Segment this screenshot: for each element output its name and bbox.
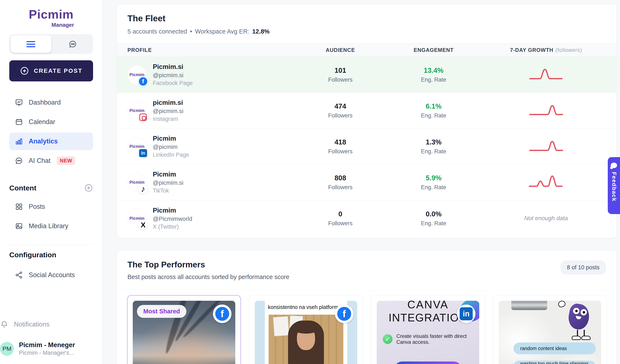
sidebar: Picmim Manager CREATE POST Dashboard	[0, 0, 103, 364]
post-card-meme[interactable]: konsistentno na vseh platformah f	[249, 295, 363, 364]
sidebar-item-ai-chat[interactable]: AI Chat NEW	[9, 152, 93, 169]
account-handle: @picmim.si	[153, 72, 193, 79]
account-name: Picmim	[153, 171, 183, 178]
eng-rate-label: Eng. Rate	[381, 112, 486, 119]
chat-toggle-button[interactable]	[53, 34, 93, 54]
sidebar-mode-toggle	[9, 34, 93, 54]
user-name: Picmim - Meneger	[19, 341, 75, 349]
list-item: random content ideas	[513, 343, 596, 354]
post-image-canva: Ca in CANVA INTEGRATION ✓ Create visuals…	[377, 301, 479, 364]
posts-grid-icon	[15, 202, 23, 211]
media-image-icon	[15, 222, 23, 230]
account-platform: TikTok	[153, 187, 183, 194]
trash-can-lid	[511, 301, 547, 310]
ai-chat-icon	[15, 156, 23, 165]
check-icon: ✓	[383, 334, 392, 344]
account-name: picmim.si	[153, 99, 183, 106]
user-avatar: PM	[0, 342, 14, 356]
account-handle: @picmim.si	[153, 180, 183, 186]
account-handle: @Picmimworld	[153, 215, 192, 222]
most-shared-badge: Most Shared	[137, 305, 186, 318]
x-twitter-icon: X	[138, 220, 148, 230]
chat-bubble-icon	[68, 40, 77, 48]
sidebar-item-label: Dashboard	[29, 99, 61, 106]
create-post-button[interactable]: CREATE POST	[9, 60, 93, 81]
top-performers-subtitle: Best posts across all accounts sorted by…	[127, 273, 606, 280]
engagement-value: 0.0%	[381, 210, 486, 218]
followers-label: Followers	[300, 148, 381, 155]
facebook-icon: f	[335, 304, 354, 323]
post-image-meme: konsistentno na vseh platformah f	[255, 301, 357, 364]
new-badge: NEW	[57, 156, 75, 165]
sidebar-item-label: Posts	[29, 203, 45, 211]
facebook-icon: f	[213, 304, 232, 323]
list-item: wasting too much time planning one post	[513, 361, 596, 364]
user-workspace: Picmim - Manager's...	[19, 350, 75, 356]
feedback-button[interactable]: Feedback	[608, 157, 620, 214]
followers-label: Followers	[300, 76, 381, 83]
puzzle-mascot	[559, 302, 595, 340]
configuration-section-header: Configuration	[9, 251, 93, 259]
sidebar-item-media-library[interactable]: Media Library	[9, 217, 93, 235]
account-handle: @picmim	[153, 144, 189, 150]
engagement-value: 1.3%	[381, 138, 486, 146]
sidebar-item-label: AI Chat	[29, 157, 50, 165]
share-nodes-icon	[15, 271, 23, 279]
menu-toggle-button[interactable]	[11, 35, 51, 53]
table-row-x-twitter[interactable]: Picmim X Picmim @Picmimworld X (Twitter)…	[117, 200, 616, 236]
engagement-value: 5.9%	[381, 174, 486, 182]
bell-icon	[0, 320, 8, 329]
dashboard-icon	[15, 98, 23, 107]
app-logo: Picmim Manager	[9, 7, 93, 28]
instagram-icon	[138, 112, 148, 122]
sidebar-item-calendar[interactable]: Calendar	[9, 113, 93, 131]
growth-sparkline	[486, 138, 606, 155]
fleet-title: The Fleet	[127, 14, 606, 23]
audience-value: 474	[300, 102, 381, 110]
sidebar-item-posts[interactable]: Posts	[9, 198, 93, 215]
add-content-button[interactable]	[84, 183, 93, 192]
eng-rate-label: Eng. Rate	[381, 76, 486, 83]
sidebar-item-label: Calendar	[29, 118, 55, 126]
meme-left-bar	[255, 301, 265, 364]
calendar-icon	[15, 118, 23, 126]
post-card-most-shared[interactable]: Most Shared f	[127, 295, 241, 364]
brand-subtitle: Manager	[9, 22, 93, 28]
table-row-instagram[interactable]: Picmim picmim.si @picmim.si Instagram 47…	[117, 93, 616, 129]
fleet-subtitle: 5 accounts connected • Workspace Avg ER:…	[127, 28, 606, 35]
table-row-facebook[interactable]: Picmim f Picmim.si @picmim.si Facebook P…	[117, 57, 616, 93]
content-section-title: Content	[9, 184, 36, 192]
post-card-content-problems[interactable]: random content ideas wasting too much ti…	[493, 295, 607, 364]
sidebar-item-social-accounts[interactable]: Social Accounts	[9, 266, 93, 284]
top-performers-panel: The Top Performers Best posts across all…	[117, 250, 617, 364]
followers-label: Followers	[300, 184, 381, 191]
post-image-blurred-landscape: Most Shared f	[133, 301, 235, 364]
engagement-value: 13.4%	[381, 66, 486, 75]
profile-avatar: Picmim ♪	[127, 173, 146, 192]
try-it-now-button[interactable]: Try it now	[394, 362, 462, 364]
primary-nav: Dashboard Calendar Analytics AI Chat NEW	[9, 94, 93, 169]
post-card-canva-integration[interactable]: Ca in CANVA INTEGRATION ✓ Create visuals…	[371, 295, 485, 364]
avg-er-label: Workspace Avg ER:	[195, 28, 249, 35]
table-row-linkedin[interactable]: Picmim in Picmim @picmim LinkedIn Page 4…	[117, 129, 616, 165]
audience-value: 418	[300, 138, 381, 146]
sidebar-item-label: Media Library	[29, 222, 68, 230]
linkedin-icon: in	[457, 304, 475, 323]
brand-name: Picmim	[9, 7, 93, 21]
profile-avatar: Picmim in	[127, 137, 146, 156]
user-profile[interactable]: PM Picmim - Meneger Picmim - Manager's..…	[0, 341, 102, 356]
notifications-button[interactable]: Notifications	[0, 320, 93, 329]
col-engagement: ENGAGEMENT	[381, 47, 486, 53]
content-section-header: Content	[9, 183, 93, 192]
configuration-nav: Social Accounts	[9, 266, 93, 284]
no-data-text: Not enough data	[486, 215, 606, 222]
posts-count-badge: 8 of 10 posts	[560, 260, 606, 274]
fleet-table-header: PROFILE AUDIENCE ENGAGEMENT 7-DAY GROWTH…	[117, 43, 616, 57]
sidebar-item-dashboard[interactable]: Dashboard	[9, 94, 93, 111]
configuration-section-title: Configuration	[9, 251, 56, 259]
account-platform: LinkedIn Page	[153, 152, 189, 158]
sidebar-item-analytics[interactable]: Analytics	[9, 132, 93, 150]
account-name: Picmim.si	[153, 63, 193, 71]
table-row-tiktok[interactable]: Picmim ♪ Picmim @picmim.si TikTok 808 Fo…	[117, 165, 616, 200]
facebook-icon: f	[138, 76, 148, 87]
